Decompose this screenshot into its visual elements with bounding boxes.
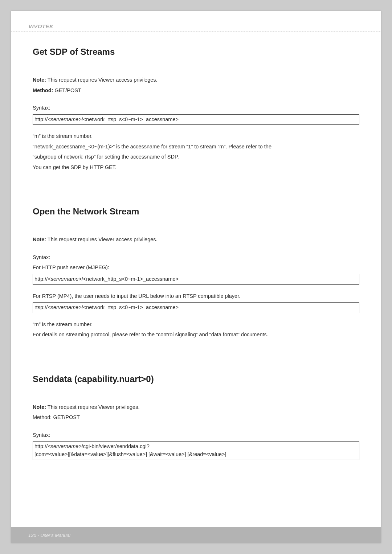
method-text: GET/POST [53,87,81,93]
heading-senddata: Senddata (capability.nuart>0) [33,372,359,386]
body-text: “subgroup of network: rtsp” for setting … [33,153,359,161]
note-label: Note: [33,77,46,83]
syntax-prefix: rtsp:// [34,304,48,310]
syntax-suffix: /cgi-bin/viewer/senddata.cgi? [82,443,150,449]
syntax-box-senddata: http://<servername>/cgi-bin/viewer/sendd… [33,441,359,460]
note-line: Note: This request requires Viewer privi… [33,403,359,411]
heading-get-sdp: Get SDP of Streams [33,45,359,58]
document-page: VIVOTEK Get SDP of Streams Note: This re… [11,11,381,543]
syntax-line-2: [com=<value>][&data=<value>][&flush=<val… [34,451,358,459]
note-text: This request requires Viewer access priv… [46,77,158,83]
syntax-servername: <servername> [48,276,82,282]
body-text: “m” is the stream number. [33,320,359,328]
syntax-servername: <servername> [48,443,82,449]
syntax-suffix: /<network_rtsp_s<0~m-1>_accessname> [82,304,179,310]
page-header: VIVOTEK [11,11,381,32]
method-line: Method: GET/POST [33,413,359,421]
syntax-prefix: http:// [34,443,48,449]
note-line: Note: This request requires Viewer acces… [33,235,359,243]
syntax-box-sdp: http://<servername>/<network_rtsp_s<0~m-… [33,114,359,125]
syntax-box-rtsp: rtsp://<servername>/<network_rtsp_s<0~m-… [33,302,359,313]
brand-logo: VIVOTEK [28,23,53,32]
syntax-prefix: http:// [34,276,48,282]
syntax-label: Syntax: [33,253,359,261]
rtsp-label: For RTSP (MP4), the user needs to input … [33,292,359,300]
syntax-prefix: http:// [34,116,48,122]
heading-open-network-stream: Open the Network Stream [33,205,359,218]
body-text: For details on streaming protocol, pleas… [33,331,359,338]
syntax-suffix: /<network_rtsp_s<0~m-1>_accessname> [82,116,179,122]
syntax-suffix: /<network_http_s<0~m-1>_accessname> [82,276,179,282]
syntax-servername: <servername> [48,116,82,122]
syntax-label: Syntax: [33,104,359,112]
syntax-line-1: http://<servername>/cgi-bin/viewer/sendd… [34,443,358,451]
note-text: This request requires Viewer access priv… [46,237,158,242]
page-footer: 130 - User's Manual [11,527,381,543]
syntax-label: Syntax: [33,431,359,439]
syntax-servername: <servername> [48,304,82,310]
note-text: This request requires Viewer privileges. [46,404,139,410]
body-text: “m” is the stream number. [33,132,359,140]
method-line: Method: GET/POST [33,86,359,94]
method-label: Method: [33,87,53,93]
note-label: Note: [33,404,46,410]
body-text: “network_accessname_<0~(m-1)>” is the ac… [33,143,359,151]
syntax-box-http-push: http://<servername>/<network_http_s<0~m-… [33,274,359,285]
footer-text: 130 - User's Manual [28,533,70,538]
body-text: You can get the SDP by HTTP GET. [33,163,359,171]
note-line: Note: This request requires Viewer acces… [33,76,359,84]
push-label: For HTTP push server (MJPEG): [33,263,359,271]
note-label: Note: [33,237,46,242]
page-content: Get SDP of Streams Note: This request re… [11,32,381,460]
